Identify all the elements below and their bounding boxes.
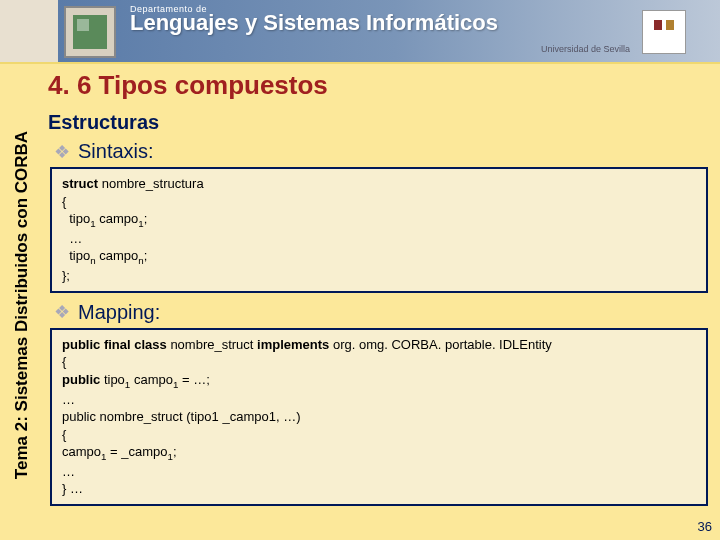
code-box-struct-syntax: struct nombre_structura { tipo1 campo1; … [50, 167, 708, 293]
slide-subtitle: Estructuras [48, 111, 710, 134]
sidebar-topic-label: Tema 2: Sistemas Distribuidos con CORBA [2, 70, 42, 540]
slide-content: 4. 6 Tipos compuestos Estructuras ❖ Sint… [48, 70, 710, 514]
code-box-java-mapping: public final class nombre_struct impleme… [50, 328, 708, 506]
banner-text: Departamento de Lenguajes y Sistemas Inf… [130, 4, 498, 34]
bullet-mapping: ❖ Mapping: [54, 301, 710, 324]
dept-logo [64, 6, 116, 58]
diamond-bullet-icon: ❖ [54, 303, 70, 321]
university-crest [642, 10, 686, 54]
banner-title: Lenguajes y Sistemas Informáticos [130, 12, 498, 34]
page-number: 36 [698, 519, 712, 534]
banner-university: Universidad de Sevilla [541, 44, 630, 54]
bullet-sintaxis: ❖ Sintaxis: [54, 140, 710, 163]
bullet-mapping-label: Mapping: [78, 301, 160, 324]
slide-title: 4. 6 Tipos compuestos [48, 70, 710, 101]
header-banner: Departamento de Lenguajes y Sistemas Inf… [0, 0, 720, 64]
bullet-sintaxis-label: Sintaxis: [78, 140, 154, 163]
diamond-bullet-icon: ❖ [54, 143, 70, 161]
sidebar-topic-text: Tema 2: Sistemas Distribuidos con CORBA [12, 131, 32, 479]
